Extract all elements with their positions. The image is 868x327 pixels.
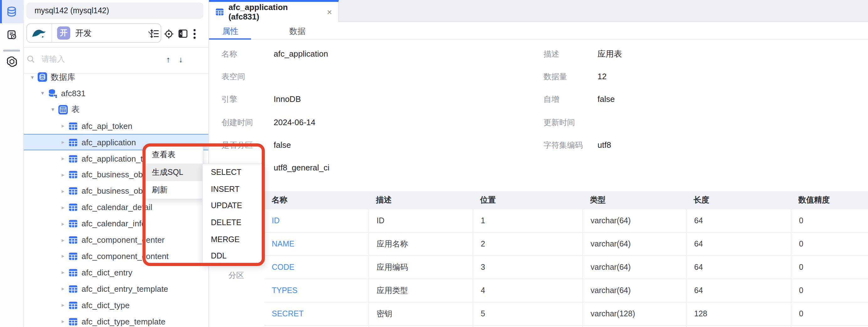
table-cell: 0 bbox=[791, 210, 868, 232]
tree-item-label: afc_dict_entry_template bbox=[82, 284, 168, 293]
table-cell: 0 bbox=[791, 233, 868, 255]
search-next-icon[interactable]: ↓ bbox=[175, 54, 187, 64]
tree-item-label: afc_api_token bbox=[82, 121, 132, 131]
tree-item-label: afc_dict_type_template bbox=[82, 317, 165, 326]
table-cell: 5 bbox=[473, 302, 583, 325]
table-icon bbox=[68, 317, 78, 326]
table-cell bbox=[473, 326, 583, 327]
table-cell: 3 bbox=[473, 256, 583, 279]
property-label: 描述 bbox=[544, 49, 559, 59]
columns-table-header: 名称描述位置类型长度数值精度 bbox=[264, 191, 868, 210]
tree-item-数据库[interactable]: ▾数据库 bbox=[24, 69, 208, 85]
table-cell: varchar(64) bbox=[583, 233, 686, 255]
database-nav-icon[interactable] bbox=[0, 6, 23, 18]
table-cell bbox=[791, 326, 868, 327]
search-input[interactable] bbox=[40, 54, 162, 64]
locate-target-icon[interactable] bbox=[163, 28, 174, 39]
property-value: utf8_general_ci bbox=[274, 163, 330, 173]
search-icon bbox=[26, 55, 35, 63]
tree-item-afc831[interactable]: ▾afc831 bbox=[24, 85, 208, 102]
table-cell: ID bbox=[368, 210, 473, 232]
schema-icon bbox=[48, 89, 57, 98]
property-label: 表空间 bbox=[222, 72, 245, 81]
expand-arrow-icon[interactable]: ▾ bbox=[49, 107, 56, 113]
search-bar: ↑ ↓ bbox=[26, 50, 203, 68]
collapse-arrow-icon[interactable]: ▸ bbox=[60, 285, 66, 292]
tree-item-afc_dict_type[interactable]: ▸afc_dict_type bbox=[24, 297, 208, 313]
subtab-bar bbox=[209, 22, 868, 39]
property-label: 引擎 bbox=[222, 94, 237, 104]
column-name-link[interactable]: NAME bbox=[264, 233, 368, 255]
tree-item-label: afc_application_te bbox=[82, 154, 148, 163]
table-cell bbox=[686, 326, 791, 327]
collapse-arrow-icon[interactable]: ▸ bbox=[60, 269, 66, 276]
table-cell: 64 bbox=[686, 256, 791, 279]
tree-item-afc_dict_type_template[interactable]: ▸afc_dict_type_template bbox=[24, 313, 208, 327]
connection-header[interactable]: mysql142 (mysql142) bbox=[26, 2, 203, 19]
tab-close-icon[interactable]: × bbox=[327, 7, 332, 16]
subtab-active-indicator bbox=[209, 38, 251, 39]
column-name-link[interactable]: SECRET bbox=[264, 302, 368, 325]
tree-item-label: afc831 bbox=[61, 89, 86, 98]
table-icon bbox=[68, 284, 78, 293]
tree-item-afc_dict_entry[interactable]: ▸afc_dict_entry bbox=[24, 265, 208, 281]
tab-afc-application[interactable]: afc_application (afc831) × bbox=[209, 0, 339, 22]
collapse-arrow-icon[interactable]: ▸ bbox=[60, 237, 66, 243]
tab-title: afc_application (afc831) bbox=[228, 2, 321, 21]
column-name-link[interactable]: ID bbox=[264, 210, 368, 232]
table-cell: 0 bbox=[791, 279, 868, 302]
history-nav-icon[interactable] bbox=[0, 30, 23, 41]
column-name-link[interactable]: TYPES bbox=[264, 279, 368, 302]
expand-arrow-icon[interactable]: ▾ bbox=[29, 74, 36, 80]
column-name-link[interactable]: CODE bbox=[264, 256, 368, 279]
dropdown-divider bbox=[52, 24, 52, 42]
database-icon bbox=[6, 6, 18, 18]
collapse-panel-icon[interactable] bbox=[178, 28, 188, 39]
collapse-arrow-icon[interactable]: ▸ bbox=[60, 318, 66, 325]
tree-item-label: afc_business_obje bbox=[82, 187, 149, 196]
collapse-arrow-icon[interactable]: ▸ bbox=[60, 155, 66, 162]
rail-divider bbox=[3, 50, 20, 52]
collapse-arrow-icon[interactable]: ▸ bbox=[60, 204, 66, 210]
collapse-arrow-icon[interactable]: ▸ bbox=[60, 253, 66, 260]
table-cell: varchar(64) bbox=[583, 210, 686, 232]
table-cell: 64 bbox=[686, 279, 791, 302]
table-cell: 0 bbox=[791, 256, 868, 279]
history-icon bbox=[6, 30, 17, 41]
environment-dropdown[interactable]: 开 开发 bbox=[26, 23, 161, 43]
table-row: NAME应用名称2varchar(64)640 bbox=[264, 233, 868, 256]
collapse-arrow-icon[interactable]: ▸ bbox=[60, 172, 66, 178]
tree-item-label: 数据库 bbox=[51, 72, 75, 83]
ai-assistant-icon bbox=[5, 55, 18, 68]
tree-item-表[interactable]: ▾表 bbox=[24, 102, 208, 118]
expand-arrow-icon[interactable]: ▾ bbox=[39, 90, 46, 97]
subtab-properties[interactable]: 属性 bbox=[222, 26, 239, 37]
property-value: utf8 bbox=[597, 140, 611, 150]
tree-item-afc_dict_entry_template[interactable]: ▸afc_dict_entry_template bbox=[24, 280, 208, 297]
column-header: 名称 bbox=[264, 191, 368, 210]
table-icon bbox=[68, 251, 78, 261]
tree-item-label: afc_business_obje bbox=[82, 170, 149, 180]
table-icon bbox=[68, 137, 78, 147]
property-value: 2024-06-14 bbox=[274, 117, 315, 128]
collapse-arrow-icon[interactable]: ▸ bbox=[60, 220, 66, 227]
table-icon bbox=[68, 121, 78, 131]
search-prev-icon[interactable]: ↑ bbox=[162, 54, 175, 64]
collapse-arrow-icon[interactable]: ▸ bbox=[60, 188, 66, 194]
property-value: afc_application bbox=[274, 49, 328, 59]
table-cell: 应用类型 bbox=[368, 279, 473, 302]
tree-item-label: 表 bbox=[71, 104, 80, 115]
kebab-menu-icon[interactable] bbox=[192, 28, 197, 39]
reorder-list-icon[interactable] bbox=[149, 28, 160, 39]
property-label: 数据量 bbox=[544, 72, 567, 81]
ai-assistant-nav-icon[interactable] bbox=[0, 55, 23, 68]
collapse-arrow-icon[interactable]: ▸ bbox=[60, 139, 66, 145]
tree-item-afc_api_token[interactable]: ▸afc_api_token bbox=[24, 117, 208, 134]
column-header: 长度 bbox=[686, 191, 791, 210]
collapse-arrow-icon[interactable]: ▸ bbox=[60, 122, 66, 129]
tree-item-label: afc_calendar_info bbox=[82, 219, 146, 228]
collapse-arrow-icon[interactable]: ▸ bbox=[60, 302, 66, 308]
subtab-data[interactable]: 数据 bbox=[289, 26, 306, 37]
table-cell bbox=[368, 326, 473, 327]
table-icon bbox=[68, 268, 78, 277]
